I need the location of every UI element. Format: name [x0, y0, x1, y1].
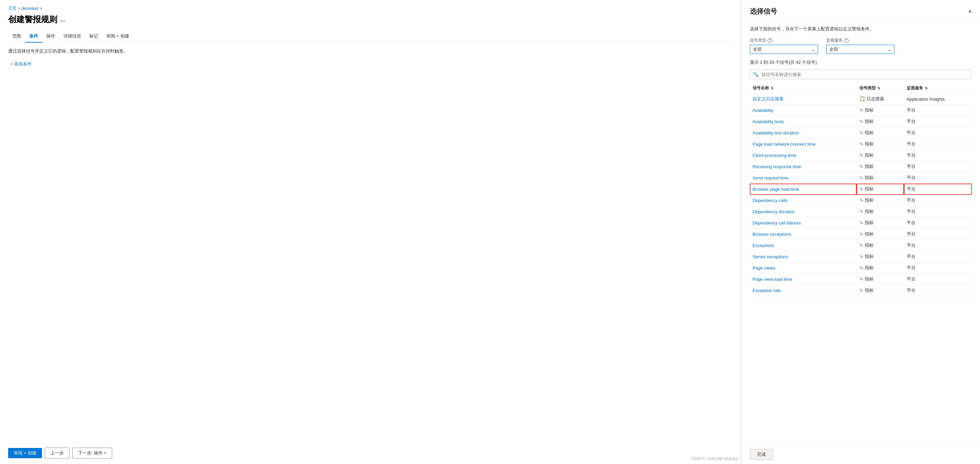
metric-icon: ∿	[859, 242, 863, 248]
signal-name-link[interactable]: Dependency calls	[752, 198, 788, 203]
signal-type-value: 指标	[865, 130, 873, 135]
tab-review[interactable]: 审阅 + 创建	[102, 30, 133, 43]
done-button[interactable]: 完成	[750, 449, 773, 460]
signal-type-value: 指标	[865, 220, 873, 225]
breadcrumb-home[interactable]: 主页	[8, 5, 16, 11]
panel-footer: 完成	[741, 445, 980, 464]
panel-description: 选择下面的信号，并在下一个屏幕上配置逻辑以定义警报条件。	[750, 26, 972, 32]
signal-name-link[interactable]: Browser exceptions	[752, 232, 791, 237]
panel-body: 选择下面的信号，并在下一个屏幕上配置逻辑以定义警报条件。 信号类型 ? 全部 监…	[741, 21, 980, 445]
tab-scope[interactable]: 范围	[8, 30, 25, 43]
signal-name-link[interactable]: Availability	[752, 108, 773, 113]
signal-type-value: 指标	[865, 119, 873, 124]
table-row[interactable]: Browser exceptions∿指标平台	[750, 229, 972, 240]
breadcrumb-sep1: >	[18, 6, 20, 11]
prev-button[interactable]: 上一步	[45, 448, 70, 459]
search-input[interactable]	[761, 72, 969, 77]
table-row[interactable]: Dependency duration∿指标平台	[750, 206, 972, 217]
signal-type-value: 指标	[865, 141, 873, 147]
signal-type-value: 指标	[865, 276, 873, 281]
signal-type-value: 指标	[865, 107, 873, 113]
left-panel: 主页 > demotest > 创建警报规则 ... 范围条件操作详细信息标记审…	[0, 0, 741, 464]
signal-monitor-value: 平台	[904, 240, 972, 251]
metric-icon: ∿	[859, 287, 863, 293]
signal-type-value: 指标	[865, 198, 873, 203]
signal-name-link[interactable]: Client processing time	[752, 153, 796, 158]
table-row[interactable]: Send request time∿指标平台	[750, 172, 972, 183]
signal-name-link[interactable]: Page views	[752, 265, 775, 271]
tab-action[interactable]: 操作	[42, 30, 59, 43]
metric-icon: ∿	[859, 141, 863, 147]
table-row[interactable]: Dependency calls∿指标平台	[750, 195, 972, 206]
table-row[interactable]: Availability∿指标平台	[750, 105, 972, 116]
signal-monitor-value: 平台	[904, 206, 972, 217]
right-panel: 选择信号 × 选择下面的信号，并在下一个屏幕上配置逻辑以定义警报条件。 信号类型…	[741, 0, 980, 464]
table-row[interactable]: Browser page load time∿指标平台	[750, 183, 972, 195]
signal-monitor-value: 平台	[904, 161, 972, 172]
table-row[interactable]: Availability test duration∿指标平台	[750, 127, 972, 139]
signal-type-value: 指标	[865, 254, 873, 259]
metric-icon: ∿	[859, 254, 863, 259]
table-row[interactable]: Server exceptions∿指标平台	[750, 251, 972, 262]
signal-type-select[interactable]: 全部	[750, 45, 818, 54]
review-create-button[interactable]: 审阅 + 创建	[8, 448, 42, 458]
signal-name-link[interactable]: Page view load time	[752, 277, 792, 282]
signal-name-link[interactable]: Availability test duration	[752, 130, 799, 136]
next-button[interactable]: 下一步: 操作 >	[72, 448, 112, 459]
table-row[interactable]: Dependency call failures∿指标平台	[750, 217, 972, 229]
table-row[interactable]: Page views∿指标平台	[750, 262, 972, 274]
monitor-service-info-icon[interactable]: ?	[844, 38, 849, 43]
metric-icon: ∿	[859, 265, 863, 270]
signal-monitor-value: 平台	[904, 116, 972, 127]
tabs-nav: 范围条件操作详细信息标记审阅 + 创建	[8, 30, 733, 43]
breadcrumb-sep2: >	[40, 6, 42, 11]
signal-name-link[interactable]: 自定义日志搜索	[752, 96, 784, 101]
signal-tbody: 自定义日志搜索📋日志搜索Application InsightsAvailabi…	[750, 94, 972, 296]
table-row[interactable]: 自定义日志搜索📋日志搜索Application Insights	[750, 94, 972, 105]
table-row[interactable]: Client processing time∿指标平台	[750, 150, 972, 161]
signal-name-link[interactable]: Server exceptions	[752, 254, 788, 259]
signal-type-value: 指标	[865, 288, 873, 293]
th-monitor[interactable]: 监视服务 ⇅	[904, 83, 972, 94]
signal-monitor-value: 平台	[904, 183, 972, 195]
signal-name-link[interactable]: Receiving response time	[752, 164, 801, 169]
signal-name-link[interactable]: Send request time	[752, 175, 789, 180]
signal-name-link[interactable]: Exceptions	[752, 243, 775, 248]
table-row[interactable]: Availability tests∿指标平台	[750, 116, 972, 127]
signal-monitor-value: Application Insights	[904, 94, 972, 105]
metric-icon: ∿	[859, 197, 863, 203]
close-button[interactable]: ×	[968, 8, 972, 15]
monitor-service-select[interactable]: 全部	[826, 45, 894, 54]
signal-name-link[interactable]: Page load network connect time	[752, 142, 816, 147]
page-title-ellipsis[interactable]: ...	[60, 16, 65, 23]
signal-type-value: 指标	[865, 265, 873, 270]
add-condition-button[interactable]: + 添加条件	[8, 61, 733, 67]
tab-condition[interactable]: 条件	[25, 30, 42, 43]
th-name[interactable]: 信号名称 ⇅	[750, 83, 857, 94]
th-type[interactable]: 信号类型 ⇅	[857, 83, 904, 94]
signal-monitor-value: 平台	[904, 274, 972, 285]
table-row[interactable]: Exception rate∿指标平台	[750, 285, 972, 296]
signal-name-link[interactable]: Availability tests	[752, 119, 784, 124]
metric-icon: ∿	[859, 175, 863, 180]
signal-type-info-icon[interactable]: ?	[768, 38, 772, 43]
table-row[interactable]: Page load network connect time∿指标平台	[750, 139, 972, 150]
search-box: 🔍	[750, 70, 972, 79]
metric-icon: ∿	[859, 231, 863, 236]
signal-type-value: 指标	[865, 164, 873, 169]
signal-name-link[interactable]: Dependency duration	[752, 209, 795, 214]
bottom-bar: 审阅 + 创建 上一步 下一步: 操作 >	[8, 448, 112, 459]
signal-name-link[interactable]: Dependency call failures	[752, 220, 801, 225]
signal-name-link[interactable]: Browser page load time	[752, 187, 799, 192]
panel-header: 选择信号 ×	[741, 0, 980, 21]
signal-type-label: 信号类型 ?	[750, 38, 818, 43]
tab-detail[interactable]: 详细信息	[59, 30, 85, 43]
table-row[interactable]: Exceptions∿指标平台	[750, 240, 972, 251]
filter-row: 信号类型 ? 全部 监视服务 ? 全部	[750, 38, 972, 54]
signal-name-link[interactable]: Exception rate	[752, 288, 781, 293]
table-row[interactable]: Page view load time∿指标平台	[750, 274, 972, 285]
table-row[interactable]: Receiving response time∿指标平台	[750, 161, 972, 172]
breadcrumb-demotest[interactable]: demotest	[21, 6, 38, 11]
tab-tags[interactable]: 标记	[85, 30, 102, 43]
signal-table: 信号名称 ⇅ 信号类型 ⇅ 监视服务 ⇅ 自定义日志搜索📋日志搜索Applica…	[750, 83, 972, 296]
